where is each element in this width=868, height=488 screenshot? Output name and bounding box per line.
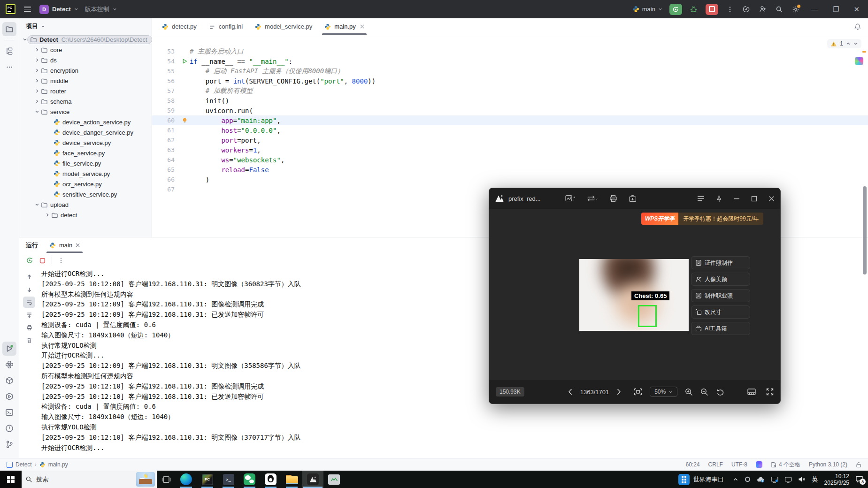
code-line-66[interactable]: 66 ) [152,175,868,184]
scroll-up-icon[interactable] [23,271,35,282]
scroll-down-icon[interactable] [23,284,35,295]
window-restore-icon[interactable]: ❐ [829,5,843,14]
start-button[interactable] [0,471,22,488]
stop-button[interactable] [706,4,718,15]
rotate-crop-icon[interactable] [587,195,598,202]
close-icon[interactable] [360,24,364,29]
packages-tool-icon[interactable] [2,374,16,388]
more-actions-icon[interactable] [725,5,735,14]
cloud-sync-icon[interactable]: 6 [757,476,765,483]
code-line-62[interactable]: 62 port=port, [152,135,868,145]
prev-image-icon[interactable] [568,388,573,396]
main-menu-icon[interactable] [22,5,33,14]
breadcrumb-file[interactable]: main.py [48,461,68,468]
indent-setting[interactable]: 4 个空格 [771,461,800,469]
code-line-60[interactable]: 60 app="main:app", [152,115,868,125]
code-with-me-icon[interactable] [758,5,768,14]
taskbar-app-image-viewer-icon[interactable] [302,471,323,488]
taskbar-app-explorer-icon[interactable] [281,471,302,488]
tree-item-device-danger-service-py[interactable]: device_danger_service.py [19,127,152,137]
run-session-tab[interactable]: main [46,237,83,253]
git-tool-icon[interactable] [2,437,16,451]
ai-assistant-logo-icon[interactable] [855,57,863,65]
scroll-to-end-icon[interactable] [23,309,35,320]
taskbar-app-terminal-icon[interactable]: >_ [218,471,239,488]
zoom-in-icon[interactable] [685,388,693,396]
viewer-minimize-icon[interactable] [734,196,740,202]
action-center-icon[interactable]: 3 [855,476,863,483]
taskbar-clock[interactable]: 10:12 2025/9/25 [824,473,849,486]
warning-stripe-mark[interactable] [862,51,866,53]
run-tool-icon[interactable] [2,342,16,356]
print-icon[interactable] [23,322,35,333]
taskbar-app-pycharm-icon[interactable]: PC [197,471,218,488]
code-line-58[interactable]: 58 init() [152,96,868,106]
task-view-icon[interactable] [157,471,176,488]
project-widget[interactable]: D Detect [39,5,78,14]
project-tool-icon[interactable] [2,22,16,36]
ai-assistant-icon[interactable] [742,5,751,14]
window-close-icon[interactable]: ✕ [850,5,863,14]
tray-app-icon[interactable] [745,476,751,482]
tree-item-model-service-py[interactable]: model_service.py [19,168,152,179]
code-line-53[interactable]: 53# 主服务启动入口 [152,46,868,56]
tool-button-AI工具箱[interactable]: AI工具箱 [691,322,750,335]
editor-scrollbar[interactable] [863,186,867,274]
tree-item-file-service-py[interactable]: file_service.py [19,158,152,168]
fit-to-window-icon[interactable] [634,388,642,396]
volume-muted-icon[interactable] [798,476,806,482]
zoom-level-selector[interactable]: 50% [650,387,677,397]
commit-tool-icon[interactable] [2,44,16,58]
caret-position[interactable]: 60:24 [686,461,700,468]
show-hidden-icons[interactable] [733,477,738,482]
run-panel-title[interactable]: 运行 [26,241,38,250]
stop-icon[interactable] [39,257,46,264]
tab-detect-py[interactable]: detect.py [156,18,203,35]
code-line-61[interactable]: 61 host="0.0.0.0", [152,125,868,135]
tree-item-encryption[interactable]: encryption [19,65,152,76]
next-image-icon[interactable] [616,388,622,396]
inspection-widget[interactable]: 1 [827,39,861,48]
tab-main-py[interactable]: main.py [318,18,370,35]
code-line-65[interactable]: 65 reload=False [152,165,868,175]
tree-item-router[interactable]: router [19,86,152,96]
code-line-57[interactable]: 57 # 加载所有模型 [152,86,868,96]
rotate-left-icon[interactable] [716,388,724,396]
tree-item-service[interactable]: service [19,107,152,117]
window-minimize-icon[interactable]: — [807,5,822,13]
tool-button-人像美颜[interactable]: 人像美颜 [691,273,750,286]
interpreter-selector[interactable]: Python 3.10 (2) [809,461,847,468]
fullscreen-icon[interactable] [766,388,774,396]
taskbar-app-edge-icon[interactable] [176,471,197,488]
edit-image-icon[interactable] [565,195,576,202]
viewer-close-icon[interactable] [768,196,775,202]
services-tool-icon[interactable] [2,389,16,404]
viewer-maximize-icon[interactable] [751,196,757,202]
zoom-out-icon[interactable] [700,388,708,396]
problems-tool-icon[interactable] [2,421,16,435]
python-console-tool-icon[interactable] [2,358,16,372]
weather-illustration-icon[interactable] [136,472,155,487]
taskbar-search[interactable]: 搜索 [22,471,157,488]
viewer-titlebar[interactable]: prefix_red... [489,188,780,209]
soft-wrap-icon[interactable] [23,297,35,308]
debug-button[interactable] [689,5,699,14]
search-icon[interactable] [775,5,784,14]
tree-item-ds[interactable]: ds [19,55,152,65]
code-line-56[interactable]: 56 port = int(SERVER_CONFIG.get("port", … [152,76,868,86]
intention-bulb-icon[interactable] [182,117,188,123]
pin-icon[interactable] [716,195,722,202]
terminal-tool-icon[interactable] [2,405,16,419]
settings-gear-icon[interactable] [791,5,800,14]
rerun-icon[interactable] [26,257,33,264]
tool-button-改尺寸[interactable]: 改尺寸 [691,305,750,319]
tree-item-core[interactable]: core [19,45,152,55]
breadcrumb[interactable]: Detect › main.py [0,461,68,468]
print-icon[interactable] [609,195,617,202]
viewer-menu-icon[interactable] [697,196,705,201]
code-line-54[interactable]: 54if __name__ == "__main__": [152,56,868,66]
code-line-55[interactable]: 55 # 启动 FastAPI 主服务（仅使用8000端口） [152,66,868,76]
tree-item-device-action-service-py[interactable]: device_action_service.py [19,117,152,127]
promo-banner[interactable]: WPS开学季 开学季特惠！超会限时99元/年 [641,213,763,225]
prev-problem-icon[interactable] [846,41,851,46]
